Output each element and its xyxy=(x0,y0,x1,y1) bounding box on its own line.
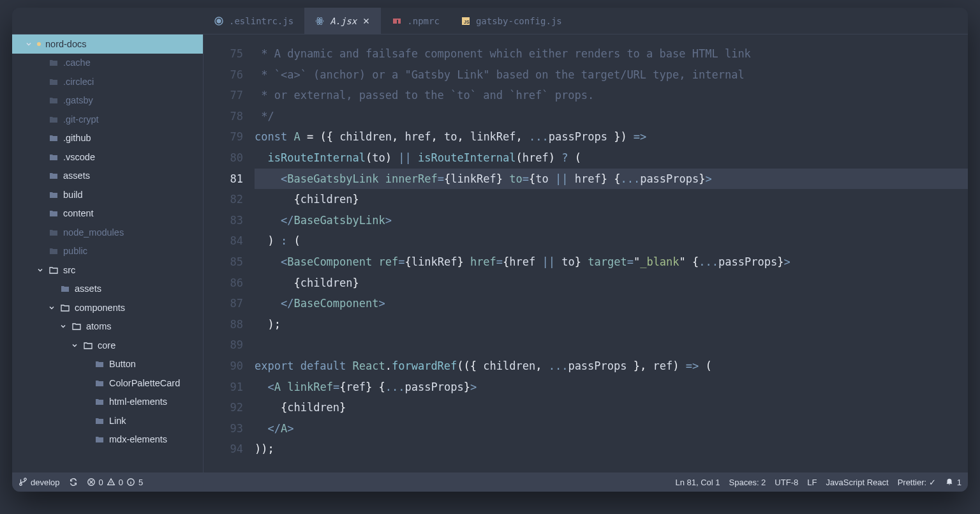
code-line[interactable]: export default React.forwardRef(({ child… xyxy=(255,356,968,377)
tree-item-label: Link xyxy=(109,416,126,426)
tab--eslintrc-js[interactable]: .eslintrc.js xyxy=(204,8,304,34)
tab-label: A.jsx xyxy=(330,16,357,26)
svg-rect-6 xyxy=(397,20,398,24)
spacer-icon xyxy=(36,96,44,104)
indent-setting[interactable]: Spaces: 2 xyxy=(729,478,766,487)
tree-item-link[interactable]: Link xyxy=(12,411,203,430)
code-editor[interactable]: 7576777879808182838485868788899091929394… xyxy=(204,34,968,472)
tree-item--vscode[interactable]: .vscode xyxy=(12,147,203,167)
language-mode[interactable]: JavaScript React xyxy=(826,478,888,487)
tab--npmrc[interactable]: .npmrc xyxy=(382,8,450,34)
svg-point-1 xyxy=(319,20,321,22)
code-line[interactable]: {children} xyxy=(255,189,968,210)
cursor-position[interactable]: Ln 81, Col 1 xyxy=(675,478,720,487)
tree-item-mdx-elements[interactable]: mdx-elements xyxy=(12,430,203,450)
folder-icon xyxy=(83,340,93,351)
react-icon xyxy=(315,16,325,26)
code-line[interactable]: isRouteInternal(to) || isRouteInternal(h… xyxy=(255,147,968,169)
tree-item-assets[interactable]: assets xyxy=(12,280,203,299)
spacer-icon xyxy=(82,417,90,425)
tree-item--git-crypt[interactable]: .git-crypt xyxy=(12,110,203,129)
problems[interactable]: 0 0 5 xyxy=(87,478,144,487)
sync-icon xyxy=(69,478,78,487)
npm-icon xyxy=(392,16,402,26)
line-number-gutter: 7576777879808182838485868788899091929394 xyxy=(204,34,255,472)
folder-icon xyxy=(48,114,59,125)
line-number: 92 xyxy=(204,397,243,418)
code-line[interactable]: ); xyxy=(255,314,968,335)
tree-item-label: .github xyxy=(63,133,91,143)
tree-item-components[interactable]: components xyxy=(12,298,203,317)
tree-item-public[interactable]: public xyxy=(12,242,203,261)
tab-gatsby-config-js[interactable]: JSgatsby-config.js xyxy=(450,8,573,34)
tree-item-core[interactable]: core xyxy=(12,336,203,355)
spacer-icon xyxy=(36,172,44,179)
tree-item--gatsby[interactable]: .gatsby xyxy=(12,91,203,110)
code-line[interactable]: * or external, passed to the `to` and `h… xyxy=(255,85,968,106)
tree-item--circleci[interactable]: .circleci xyxy=(12,72,203,91)
folder-icon xyxy=(48,57,59,68)
warning-icon xyxy=(107,478,115,487)
sync-button[interactable] xyxy=(69,478,78,487)
line-number: 75 xyxy=(204,43,243,64)
line-number: 77 xyxy=(204,85,243,106)
file-explorer[interactable]: nord-docs.cache.circleci.gatsby.git-cryp… xyxy=(12,34,204,472)
tree-item-label: core xyxy=(98,340,115,351)
code-line[interactable]: )); xyxy=(255,439,968,460)
tree-item-html-elements[interactable]: html-elements xyxy=(12,393,203,412)
code-line[interactable]: </A> xyxy=(255,418,968,439)
tree-item-src[interactable]: src xyxy=(12,261,203,280)
folder-icon xyxy=(60,303,70,313)
code-line[interactable]: <A linkRef={ref} {...passProps}> xyxy=(255,377,968,398)
tree-item-label: content xyxy=(63,208,94,218)
spacer-icon xyxy=(82,435,90,443)
tree-item-colorpalettecard[interactable]: ColorPaletteCard xyxy=(12,374,203,393)
code-line[interactable]: {children} xyxy=(255,273,968,294)
chevron-down-icon xyxy=(48,304,56,312)
tree-item--cache[interactable]: .cache xyxy=(12,54,203,73)
branch-name: develop xyxy=(31,478,60,487)
code-line[interactable]: <BaseComponent ref={linkRef} href={href … xyxy=(255,252,968,273)
tab-a-jsx[interactable]: A.jsx xyxy=(304,8,382,34)
tree-item-label: build xyxy=(63,190,83,200)
encoding[interactable]: UTF-8 xyxy=(775,478,798,487)
main-area: nord-docs.cache.circleci.gatsby.git-cryp… xyxy=(12,34,968,472)
code-line[interactable]: {children} xyxy=(255,397,968,418)
tree-item-atoms[interactable]: atoms xyxy=(12,317,203,336)
line-number: 79 xyxy=(204,126,243,147)
prettier-status[interactable]: Prettier: ✓ xyxy=(898,478,936,487)
tree-item-content[interactable]: content xyxy=(12,204,203,223)
eol[interactable]: LF xyxy=(807,478,817,487)
tab-label: .eslintrc.js xyxy=(229,16,293,26)
tree-item-build[interactable]: build xyxy=(12,185,203,204)
code-line[interactable]: */ xyxy=(255,106,968,127)
code-body[interactable]: * A dynamic and failsafe component which… xyxy=(255,34,968,472)
tab-label: gatsby-config.js xyxy=(476,16,562,26)
tree-item--github[interactable]: .github xyxy=(12,129,203,148)
code-line[interactable]: * A dynamic and failsafe component which… xyxy=(255,43,968,64)
folder-icon xyxy=(48,95,59,105)
tree-item-button[interactable]: Button xyxy=(12,355,203,374)
spacer-icon xyxy=(36,209,44,217)
code-line[interactable]: </BaseComponent> xyxy=(255,293,968,314)
line-number: 76 xyxy=(204,64,243,86)
branch-icon xyxy=(19,478,27,487)
tree-item-node-modules[interactable]: node_modules xyxy=(12,223,203,242)
git-branch[interactable]: develop xyxy=(19,478,60,487)
code-line[interactable] xyxy=(255,335,968,356)
tree-root[interactable]: nord-docs xyxy=(12,34,203,54)
notifications[interactable]: 1 xyxy=(945,478,961,487)
spacer-icon xyxy=(36,247,44,255)
tree-item-assets[interactable]: assets xyxy=(12,167,203,186)
warning-count: 0 xyxy=(119,478,123,487)
code-line[interactable]: ) : ( xyxy=(255,231,968,252)
close-icon[interactable] xyxy=(362,17,371,26)
code-line[interactable]: <BaseGatsbyLink innerRef={linkRef} to={t… xyxy=(255,169,968,190)
line-number: 94 xyxy=(204,439,243,460)
code-line[interactable]: </BaseGatsbyLink> xyxy=(255,210,968,231)
code-line[interactable]: const A = ({ children, href, to, linkRef… xyxy=(255,126,968,147)
line-number: 89 xyxy=(204,335,243,356)
modified-dot-icon xyxy=(37,42,41,46)
tree-item-label: assets xyxy=(63,170,90,181)
code-line[interactable]: * `<a>` (anchor) or a "Gatsby Link" base… xyxy=(255,64,968,86)
